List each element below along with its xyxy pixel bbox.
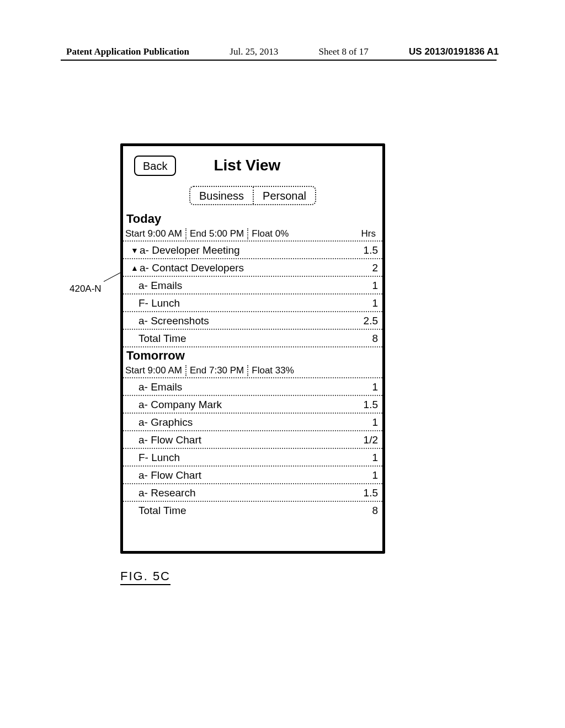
section-heading-today: Today bbox=[123, 212, 382, 226]
chevron-down-icon: ▼ bbox=[131, 244, 138, 257]
total-time-row: Total Time 8 bbox=[123, 502, 382, 518]
list-item[interactable]: F- Lunch 1 bbox=[123, 449, 382, 467]
hrs-column-header: Hrs bbox=[361, 228, 382, 239]
list-item-hours: 1.5 bbox=[358, 244, 378, 257]
list-item-hours: 1.5 bbox=[358, 486, 378, 500]
list-item-label: a- Research bbox=[131, 486, 358, 500]
publication-date: Jul. 25, 2013 bbox=[230, 46, 278, 57]
back-button[interactable]: Back bbox=[134, 156, 176, 176]
list-item-label: a- Emails bbox=[131, 381, 358, 394]
top-bar: Back List View bbox=[123, 148, 382, 183]
list-item-label: F- Lunch bbox=[131, 451, 358, 464]
header-rule bbox=[61, 60, 497, 61]
today-float: Float 0% bbox=[247, 228, 292, 239]
list-item-label: Total Time bbox=[131, 504, 358, 517]
list-item-label: a- Contact Developers bbox=[138, 261, 358, 275]
device-frame: Back List View Business Personal Today S… bbox=[120, 143, 385, 554]
list-item[interactable]: a- Screenshots 2.5 bbox=[123, 312, 382, 330]
list-item-hours: 1 bbox=[358, 381, 378, 394]
tab-business[interactable]: Business bbox=[190, 187, 253, 204]
list-item[interactable]: a- Flow Chart 1/2 bbox=[123, 431, 382, 449]
list-item[interactable]: a- Research 1.5 bbox=[123, 484, 382, 502]
list-item-hours: 1 bbox=[358, 451, 378, 464]
publication-label: Patent Application Publication bbox=[66, 46, 189, 57]
tab-personal[interactable]: Personal bbox=[253, 187, 315, 204]
list-item[interactable]: a- Emails 1 bbox=[123, 378, 382, 396]
list-item-label: a- Screenshots bbox=[131, 314, 358, 328]
today-start: Start 9:00 AM bbox=[125, 228, 185, 239]
list-item-hours: 8 bbox=[358, 504, 378, 517]
list-item-label: a- Emails bbox=[131, 279, 358, 292]
list-item-hours: 1 bbox=[358, 279, 378, 292]
chevron-up-icon: ▲ bbox=[131, 261, 138, 275]
segmented-control-row: Business Personal bbox=[123, 183, 382, 211]
publication-number: US 2013/0191836 A1 bbox=[409, 46, 499, 57]
list-item-label: Total Time bbox=[131, 332, 358, 345]
sheet-label: Sheet 8 of 17 bbox=[319, 46, 369, 57]
list-item-label: a- Flow Chart bbox=[131, 469, 358, 482]
section-heading-tomorrow: Tomorrow bbox=[123, 349, 382, 363]
today-stats-row: Start 9:00 AM End 5:00 PM Float 0% Hrs bbox=[123, 226, 382, 242]
list-item[interactable]: a- Graphics 1 bbox=[123, 414, 382, 431]
list-item[interactable]: a- Emails 1 bbox=[123, 277, 382, 295]
list-item-hours: 1.5 bbox=[358, 398, 378, 411]
today-end: End 5:00 PM bbox=[185, 228, 247, 239]
tomorrow-float: Float 33% bbox=[247, 365, 297, 376]
list-item-label: F- Lunch bbox=[131, 297, 358, 310]
tomorrow-start: Start 9:00 AM bbox=[125, 365, 185, 376]
tomorrow-stats-row: Start 9:00 AM End 7:30 PM Float 33% bbox=[123, 363, 382, 378]
page-title: List View bbox=[214, 157, 280, 174]
figure-label: FIG. 5C bbox=[120, 569, 170, 585]
list-item[interactable]: ▼ a- Developer Meeting 1.5 bbox=[123, 242, 382, 259]
list-item[interactable]: a- Company Mark 1.5 bbox=[123, 396, 382, 414]
list-item-label: a- Developer Meeting bbox=[138, 244, 358, 257]
segmented-control: Business Personal bbox=[189, 186, 316, 205]
list-item[interactable]: F- Lunch 1 bbox=[123, 295, 382, 312]
list-item-hours: 1/2 bbox=[358, 433, 378, 447]
callout-leader bbox=[104, 272, 120, 282]
list-item-label: a- Flow Chart bbox=[131, 433, 358, 447]
list-item-hours: 1 bbox=[358, 469, 378, 482]
list-item-hours: 1 bbox=[358, 416, 378, 429]
list-item[interactable]: a- Flow Chart 1 bbox=[123, 467, 382, 484]
list-item-hours: 2 bbox=[358, 261, 378, 275]
list-item-hours: 8 bbox=[358, 332, 378, 345]
total-time-row: Total Time 8 bbox=[123, 330, 382, 347]
list-item-label: a- Graphics bbox=[131, 416, 358, 429]
list-item-hours: 1 bbox=[358, 297, 378, 310]
list-item-hours: 2.5 bbox=[358, 314, 378, 328]
tomorrow-end: End 7:30 PM bbox=[185, 365, 247, 376]
list-item-label: a- Company Mark bbox=[131, 398, 358, 411]
callout-420a-n: 420A-N bbox=[70, 283, 102, 295]
page-header: Patent Application Publication Jul. 25, … bbox=[0, 46, 565, 57]
list-item[interactable]: ▲ a- Contact Developers 2 bbox=[123, 259, 382, 277]
